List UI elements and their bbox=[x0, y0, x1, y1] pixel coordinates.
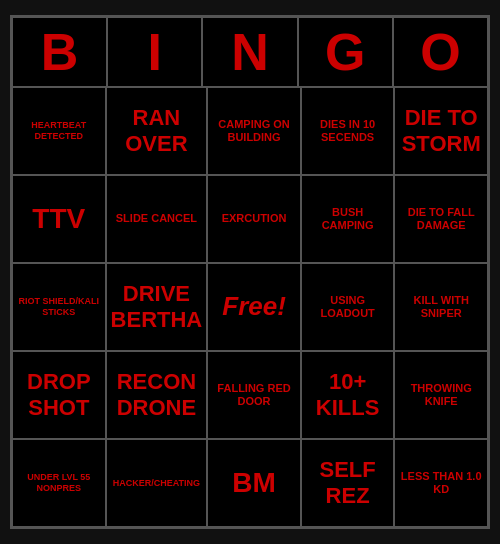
bingo-letter-b: B bbox=[12, 17, 107, 87]
bingo-cell-16: RECON DRONE bbox=[106, 351, 208, 439]
bingo-cell-5: TTV bbox=[12, 175, 106, 263]
bingo-cell-7: EXRCUTION bbox=[207, 175, 301, 263]
bingo-header: BINGO bbox=[12, 17, 488, 87]
bingo-cell-8: BUSH CAMPING bbox=[301, 175, 395, 263]
bingo-cell-13: USING LOADOUT bbox=[301, 263, 395, 351]
bingo-letter-n: N bbox=[202, 17, 297, 87]
bingo-cell-9: DIE TO FALL DAMAGE bbox=[394, 175, 488, 263]
bingo-cell-1: RAN OVER bbox=[106, 87, 208, 175]
bingo-grid: HEARTBEAT DETECTEDRAN OVERCAMPING ON BUI… bbox=[12, 87, 488, 527]
bingo-cell-20: UNDER LVL 55 NONPRES bbox=[12, 439, 106, 527]
bingo-cell-10: RIOT SHIELD/KALI STICKS bbox=[12, 263, 106, 351]
bingo-cell-2: CAMPING ON BUILDING bbox=[207, 87, 301, 175]
bingo-cell-4: DIE TO STORM bbox=[394, 87, 488, 175]
bingo-cell-21: HACKER/CHEATING bbox=[106, 439, 208, 527]
bingo-cell-24: LESS THAN 1.0 KD bbox=[394, 439, 488, 527]
bingo-cell-15: DROP SHOT bbox=[12, 351, 106, 439]
bingo-cell-14: KILL WITH SNIPER bbox=[394, 263, 488, 351]
bingo-cell-19: THROWING KNIFE bbox=[394, 351, 488, 439]
bingo-cell-11: DRIVE BERTHA bbox=[106, 263, 208, 351]
bingo-cell-12: Free! bbox=[207, 263, 301, 351]
bingo-cell-6: SLIDE CANCEL bbox=[106, 175, 208, 263]
bingo-cell-17: FALLING RED DOOR bbox=[207, 351, 301, 439]
bingo-card: BINGO HEARTBEAT DETECTEDRAN OVERCAMPING … bbox=[10, 15, 490, 529]
bingo-letter-g: G bbox=[298, 17, 393, 87]
bingo-cell-0: HEARTBEAT DETECTED bbox=[12, 87, 106, 175]
bingo-cell-3: DIES IN 10 SECENDS bbox=[301, 87, 395, 175]
bingo-letter-i: I bbox=[107, 17, 202, 87]
bingo-cell-22: BM bbox=[207, 439, 301, 527]
bingo-cell-18: 10+ KILLS bbox=[301, 351, 395, 439]
bingo-letter-o: O bbox=[393, 17, 488, 87]
bingo-cell-23: SELF REZ bbox=[301, 439, 395, 527]
